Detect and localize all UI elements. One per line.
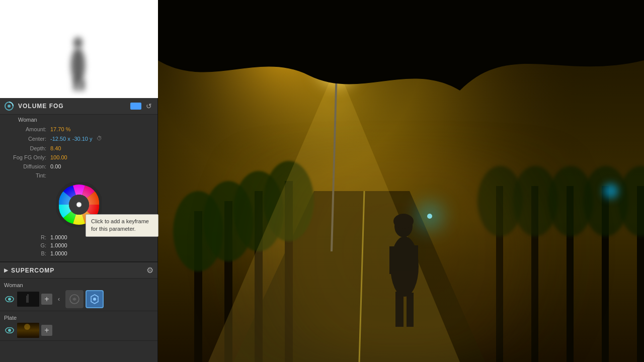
fog-fg-value[interactable]: 100.00 <box>50 154 67 160</box>
vf-enable-button[interactable] <box>130 103 141 110</box>
amount-label: Amount: <box>5 126 50 132</box>
center-row: Center: -12.50 x -30.10 y ⏱ <box>0 134 157 144</box>
r-row: R: 1.0000 <box>5 233 152 241</box>
vf-header: VOLUME FOG ↺ <box>0 98 157 115</box>
center-keyframe-button[interactable]: ⏱ <box>97 135 104 142</box>
woman-tool-2[interactable] <box>86 290 104 308</box>
b-value[interactable]: 1.0000 <box>50 250 67 256</box>
sc-expand-arrow[interactable]: ▶ <box>4 267 8 274</box>
r-label: R: <box>5 234 50 240</box>
plate-layer-label: Plate <box>4 314 153 323</box>
preview-area <box>0 0 158 98</box>
woman-visibility-button[interactable] <box>4 294 15 305</box>
woman-tool-1[interactable] <box>65 290 84 308</box>
amount-value[interactable]: 17.70 % <box>50 126 70 132</box>
g-value[interactable]: 1.0000 <box>50 242 67 248</box>
b-label: B: <box>5 250 50 256</box>
b-row: B: 1.0000 <box>5 249 152 257</box>
g-row: G: 1.0000 <box>5 241 152 249</box>
plate-layer-thumb[interactable] <box>17 323 39 338</box>
svg-point-11 <box>93 298 96 301</box>
tint-section: R: 1.0000 G: 1.0000 B: 1.0000 <box>0 231 157 261</box>
vf-reset-button[interactable]: ↺ <box>144 102 153 111</box>
tint-label: Tint: <box>5 172 50 178</box>
woman-layer-thumb[interactable] <box>17 292 39 307</box>
depth-label: Depth: <box>5 145 50 151</box>
woman-add-button[interactable]: + <box>41 294 52 305</box>
depth-row: Depth: 8.40 Click to add a keyframe for … <box>0 144 157 153</box>
sc-header: ▶ SUPERCOMP ⚙ <box>0 262 157 279</box>
diffusion-label: Diffusion: <box>5 163 50 169</box>
center-label: Center: <box>5 136 50 142</box>
main-view <box>158 0 644 362</box>
svg-point-13 <box>8 329 11 332</box>
volume-fog-section: VOLUME FOG ↺ Woman Amount: 17.70 % Cente… <box>0 98 157 262</box>
center-x-value[interactable]: -12.50 x <box>50 136 70 142</box>
svg-point-1 <box>8 105 11 108</box>
center-y-value[interactable]: -30.10 y <box>72 136 93 142</box>
woman-layer-group: Woman + ‹ <box>0 279 157 311</box>
depth-value[interactable]: 8.40 <box>50 145 61 151</box>
amount-row: Amount: 17.70 % <box>0 125 157 134</box>
r-value[interactable]: 1.0000 <box>50 234 67 240</box>
sc-title: SUPERCOMP <box>11 267 146 274</box>
diffusion-value[interactable]: 0.00 <box>50 163 61 169</box>
svg-point-7 <box>76 202 82 207</box>
woman-layer-items: + ‹ <box>4 290 153 308</box>
fog-fg-row: Fog FG Only: 100.00 <box>0 153 157 162</box>
svg-point-9 <box>8 298 11 301</box>
diffusion-row: Diffusion: 0.00 <box>0 162 157 171</box>
plate-add-button[interactable]: + <box>41 325 52 336</box>
g-label: G: <box>5 242 50 248</box>
plate-visibility-button[interactable] <box>4 325 15 336</box>
vf-layer-name: Woman <box>0 115 157 125</box>
fog-fg-label: Fog FG Only: <box>5 154 50 160</box>
supercomp-section: ▶ SUPERCOMP ⚙ Woman + ‹ <box>0 262 157 362</box>
preview-canvas <box>0 0 158 98</box>
woman-layer-label: Woman <box>4 281 153 290</box>
vf-title: VOLUME FOG <box>18 103 130 110</box>
left-panel: VOLUME FOG ↺ Woman Amount: 17.70 % Cente… <box>0 0 158 362</box>
color-wheel[interactable] <box>56 182 102 227</box>
plate-layer-group: Plate + <box>0 311 157 341</box>
plate-layer-items: + <box>4 323 153 338</box>
main-canvas <box>158 0 644 362</box>
sc-settings-button[interactable]: ⚙ <box>146 265 153 275</box>
color-wheel-container <box>0 180 157 231</box>
tint-row: Tint: <box>0 171 157 180</box>
woman-back-button[interactable]: ‹ <box>54 294 63 305</box>
volume-fog-icon <box>4 101 14 111</box>
